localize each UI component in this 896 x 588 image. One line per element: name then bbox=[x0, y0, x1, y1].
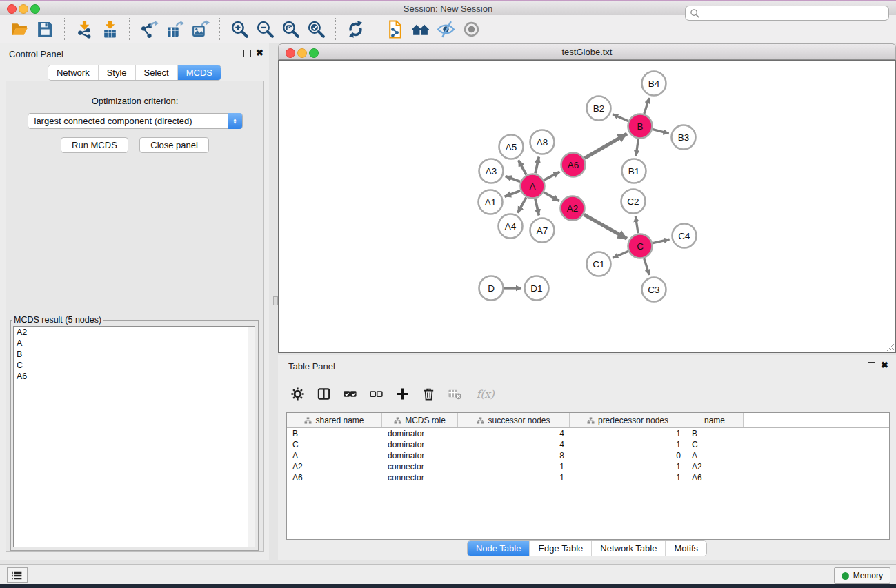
graph-edge-A-A5[interactable] bbox=[519, 160, 526, 174]
graph-edge-A-A4[interactable] bbox=[518, 198, 526, 213]
graph-node-B2[interactable]: B2 bbox=[587, 97, 611, 121]
table-tab-motifs[interactable]: Motifs bbox=[665, 541, 706, 556]
column-header-name[interactable]: name bbox=[686, 413, 744, 427]
zoom-out-button[interactable] bbox=[252, 17, 278, 41]
table-cell[interactable]: 4 bbox=[458, 440, 570, 449]
task-history-button[interactable] bbox=[7, 567, 28, 583]
table-cell[interactable]: 1 bbox=[570, 440, 686, 449]
export-network-button[interactable] bbox=[137, 17, 162, 41]
table-cell[interactable]: A6 bbox=[686, 473, 744, 483]
table-cell[interactable]: 1 bbox=[458, 462, 570, 472]
export-table-button[interactable] bbox=[162, 17, 188, 41]
table-cell[interactable]: dominator bbox=[382, 429, 458, 438]
zoom-fit-button[interactable] bbox=[278, 17, 303, 41]
export-image-button[interactable] bbox=[188, 17, 213, 41]
graph-node-B1[interactable]: B1 bbox=[622, 159, 646, 183]
graph-edge-C-C4[interactable] bbox=[653, 239, 669, 243]
show-graphics-button[interactable] bbox=[459, 17, 484, 41]
zoom-selected-button[interactable] bbox=[303, 17, 329, 41]
graph-node-D1[interactable]: D1 bbox=[525, 276, 549, 301]
search-input[interactable] bbox=[700, 8, 888, 19]
graph-edge-A-A1[interactable] bbox=[505, 191, 521, 197]
criterion-select[interactable]: largest connected component (directed) ▲… bbox=[28, 113, 243, 129]
network-file-button[interactable] bbox=[382, 17, 408, 41]
graph-edge-C-C3[interactable] bbox=[644, 258, 650, 275]
table-tab-edge-table[interactable]: Edge Table bbox=[529, 541, 591, 556]
graph-node-A2[interactable]: A2 bbox=[561, 196, 585, 221]
graph-edge-A-A3[interactable] bbox=[506, 176, 521, 182]
delete-column-button[interactable] bbox=[421, 387, 436, 401]
table-cell[interactable]: 1 bbox=[458, 473, 570, 483]
graph-edge-C-C1[interactable] bbox=[613, 252, 628, 258]
mcds-result-item[interactable]: B bbox=[14, 349, 255, 360]
graph-node-C[interactable]: C bbox=[628, 234, 653, 258]
table-cell[interactable]: dominator bbox=[382, 440, 458, 449]
float-panel-icon[interactable] bbox=[243, 50, 251, 57]
table-cell[interactable]: A bbox=[686, 451, 744, 460]
graph-node-A3[interactable]: A3 bbox=[479, 159, 504, 183]
mcds-result-item[interactable]: A6 bbox=[14, 371, 255, 382]
graph-edge-A-A7[interactable] bbox=[535, 199, 539, 216]
table-cell[interactable]: connector bbox=[382, 473, 458, 483]
mcds-result-item[interactable]: A bbox=[14, 338, 255, 349]
table-cell[interactable]: 4 bbox=[458, 429, 570, 438]
table-cell[interactable]: C bbox=[287, 440, 382, 449]
graph-edge-A-A2[interactable] bbox=[544, 192, 559, 201]
mcds-result-item[interactable]: A2 bbox=[14, 327, 255, 338]
graph-node-C3[interactable]: C3 bbox=[642, 278, 666, 302]
refresh-network-button[interactable] bbox=[343, 17, 368, 41]
graph-node-C1[interactable]: C1 bbox=[587, 252, 611, 276]
table-cell[interactable]: A2 bbox=[686, 462, 744, 472]
graph-edge-B-B4[interactable] bbox=[644, 98, 649, 114]
table-cell[interactable]: 0 bbox=[570, 451, 686, 460]
memory-button[interactable]: Memory bbox=[834, 567, 890, 584]
open-session-button[interactable] bbox=[7, 17, 32, 41]
first-neighbors-button[interactable] bbox=[408, 17, 433, 41]
table-cell[interactable]: C bbox=[686, 440, 744, 449]
graph-edge-A-A6[interactable] bbox=[544, 172, 560, 180]
hide-graphics-button[interactable] bbox=[433, 17, 459, 41]
control-tab-mcds[interactable]: MCDS bbox=[177, 65, 221, 80]
graph-edge-B-B1[interactable] bbox=[636, 139, 638, 156]
float-table-panel-icon[interactable] bbox=[868, 362, 875, 369]
graph-node-A8[interactable]: A8 bbox=[530, 130, 555, 154]
network-canvas[interactable]: B4B2BB3A8A5A6B1A3AC2A1A2A4A7C4CC1C3DD1 bbox=[278, 60, 896, 353]
table-row[interactable]: Bdominator41B bbox=[287, 428, 889, 439]
scrollbar-track[interactable] bbox=[248, 327, 255, 547]
network-window-titlebar[interactable]: testGlobe.txt bbox=[278, 43, 896, 60]
graph-edge-A-A8[interactable] bbox=[535, 156, 539, 173]
table-cell[interactable]: 1 bbox=[570, 473, 686, 483]
splitter-handle[interactable] bbox=[273, 296, 278, 305]
table-row[interactable]: A2connector11A2 bbox=[287, 461, 889, 472]
table-settings-button[interactable] bbox=[290, 387, 305, 401]
table-cell[interactable]: B bbox=[287, 429, 382, 438]
table-row[interactable]: Adominator80A bbox=[287, 450, 889, 461]
import-network-button[interactable] bbox=[72, 17, 97, 41]
column-visibility-button[interactable] bbox=[317, 387, 331, 401]
table-cell[interactable]: 1 bbox=[570, 462, 686, 472]
table-cell[interactable]: 1 bbox=[570, 429, 686, 438]
table-cell[interactable]: A2 bbox=[287, 462, 382, 472]
import-table-button[interactable] bbox=[97, 17, 123, 41]
graph-node-A6[interactable]: A6 bbox=[561, 153, 586, 177]
column-header-successor-nodes[interactable]: successor nodes bbox=[458, 413, 570, 427]
control-tab-network[interactable]: Network bbox=[48, 65, 98, 80]
graph-node-A5[interactable]: A5 bbox=[499, 135, 524, 159]
graph-node-A1[interactable]: A1 bbox=[479, 190, 503, 214]
graph-edge-A2-C[interactable] bbox=[584, 214, 627, 239]
column-header-MCDS-role[interactable]: MCDS role bbox=[382, 413, 458, 427]
graph-node-C4[interactable]: C4 bbox=[673, 224, 697, 248]
table-cell[interactable]: 8 bbox=[458, 451, 570, 460]
table-tab-network-table[interactable]: Network Table bbox=[591, 541, 665, 556]
table-row[interactable]: A6connector11A6 bbox=[287, 472, 889, 483]
graph-node-B3[interactable]: B3 bbox=[672, 125, 696, 150]
close-panel-icon[interactable]: ✖ bbox=[256, 50, 263, 56]
resize-grip-icon[interactable] bbox=[886, 343, 895, 352]
zoom-in-button[interactable] bbox=[227, 17, 252, 41]
graph-node-B[interactable]: B bbox=[628, 114, 653, 139]
select-all-button[interactable] bbox=[343, 387, 357, 401]
add-column-button[interactable] bbox=[395, 387, 410, 401]
save-session-button[interactable] bbox=[32, 17, 58, 41]
graph-edge-A6-B[interactable] bbox=[584, 134, 626, 159]
graph-node-A[interactable]: A bbox=[521, 174, 545, 199]
